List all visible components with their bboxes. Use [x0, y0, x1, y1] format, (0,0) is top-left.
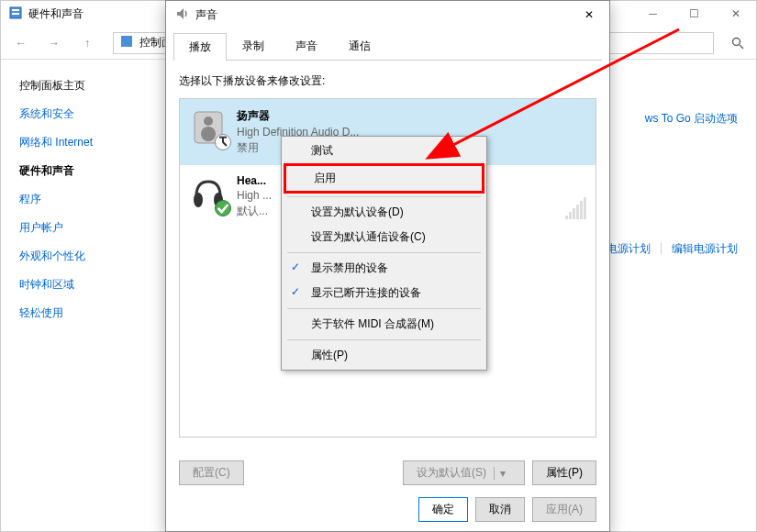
sidebar-item[interactable]: 系统和安全	[19, 106, 157, 122]
menu-separator	[287, 308, 481, 309]
svg-point-7	[204, 116, 213, 126]
sidebar-item[interactable]: 网络和 Internet	[19, 135, 157, 150]
apply-button[interactable]: 应用(A)	[532, 497, 596, 522]
menu-set-default-comm[interactable]: 设置为默认通信设备(C)	[284, 225, 484, 249]
ok-button[interactable]: 确定	[418, 497, 468, 522]
level-meter	[565, 174, 586, 219]
sidebar-item[interactable]: 外观和个性化	[19, 249, 157, 264]
dialog-titlebar: 声音 ✕	[166, 1, 609, 28]
tab-sounds[interactable]: 声音	[280, 32, 333, 60]
dialog-close-button[interactable]: ✕	[568, 1, 609, 28]
sidebar-item-active[interactable]: 硬件和声音	[19, 163, 157, 179]
speaker-icon	[189, 108, 228, 147]
svg-rect-2	[12, 13, 19, 15]
set-default-button[interactable]: 设为默认值(S) ▾	[403, 460, 525, 485]
menu-about-midi[interactable]: 关于软件 MIDI 合成器(M)	[284, 312, 484, 337]
menu-set-default[interactable]: 设置为默认设备(D)	[284, 200, 484, 225]
default-check-icon	[215, 200, 231, 216]
dialog-title: 声音	[195, 7, 217, 23]
tab-playback[interactable]: 播放	[173, 33, 227, 61]
close-button[interactable]: ✕	[715, 1, 756, 27]
device-name: 扬声器	[237, 108, 359, 124]
svg-point-8	[201, 127, 216, 141]
menu-show-disconnected[interactable]: ✓ 显示已断开连接的设备	[284, 281, 484, 305]
minimize-button[interactable]: ─	[632, 1, 674, 27]
device-name: Hea...	[237, 174, 272, 187]
sound-icon	[175, 6, 190, 24]
device-description: High ...	[237, 189, 272, 202]
tab-recording[interactable]: 录制	[227, 32, 280, 60]
menu-enable[interactable]: 启用	[284, 163, 484, 194]
menu-separator	[287, 252, 481, 253]
menu-properties[interactable]: 属性(P)	[284, 343, 484, 368]
sidebar-item[interactable]: 程序	[19, 192, 157, 207]
menu-separator	[287, 339, 481, 340]
menu-test[interactable]: 测试	[284, 139, 484, 163]
instruction-text: 选择以下播放设备来修改设置:	[179, 73, 596, 89]
check-icon: ✓	[291, 285, 300, 298]
menu-separator	[287, 196, 481, 197]
tab-communications[interactable]: 通信	[333, 32, 386, 60]
disabled-overlay-icon	[215, 134, 231, 150]
forward-button[interactable]: →	[41, 30, 67, 56]
context-menu: 测试 启用 设置为默认设备(D) 设置为默认通信设备(C) ✓ 显示禁用的设备 …	[281, 136, 487, 371]
svg-rect-1	[12, 9, 19, 11]
sidebar-item[interactable]: 时钟和区域	[19, 277, 157, 293]
maximize-button[interactable]: ☐	[674, 1, 715, 27]
device-status: 默认...	[237, 204, 272, 219]
headphones-icon	[189, 174, 228, 213]
cancel-button[interactable]: 取消	[475, 497, 525, 522]
bg-title: 硬件和声音	[28, 6, 83, 22]
sidebar-item[interactable]: 轻松使用	[19, 305, 157, 321]
sidebar-home[interactable]: 控制面板主页	[19, 78, 157, 94]
chevron-down-icon: ▾	[494, 467, 511, 480]
bg-sidebar: 控制面板主页 系统和安全 网络和 Internet 硬件和声音 程序 用户帐户 …	[19, 78, 157, 531]
svg-line-5	[740, 45, 743, 49]
configure-button[interactable]: 配置(C)	[179, 460, 244, 485]
menu-show-disabled[interactable]: ✓ 显示禁用的设备	[284, 256, 484, 281]
search-icon[interactable]	[727, 32, 749, 54]
bg-link[interactable]: 电源计划	[607, 241, 651, 257]
control-panel-icon	[8, 6, 23, 23]
svg-point-4	[733, 38, 740, 45]
dialog-tabs: 播放 录制 声音 通信	[173, 32, 602, 61]
svg-rect-3	[121, 36, 132, 47]
bg-link[interactable]: ws To Go 启动选项	[645, 112, 738, 125]
check-icon: ✓	[291, 260, 300, 273]
address-icon	[119, 34, 134, 51]
back-button[interactable]: ←	[8, 30, 34, 56]
sidebar-item[interactable]: 用户帐户	[19, 220, 157, 236]
up-button[interactable]: ↑	[74, 30, 100, 56]
svg-point-9	[194, 193, 203, 207]
properties-button[interactable]: 属性(P)	[532, 460, 596, 485]
bg-link[interactable]: 编辑电源计划	[672, 241, 738, 257]
